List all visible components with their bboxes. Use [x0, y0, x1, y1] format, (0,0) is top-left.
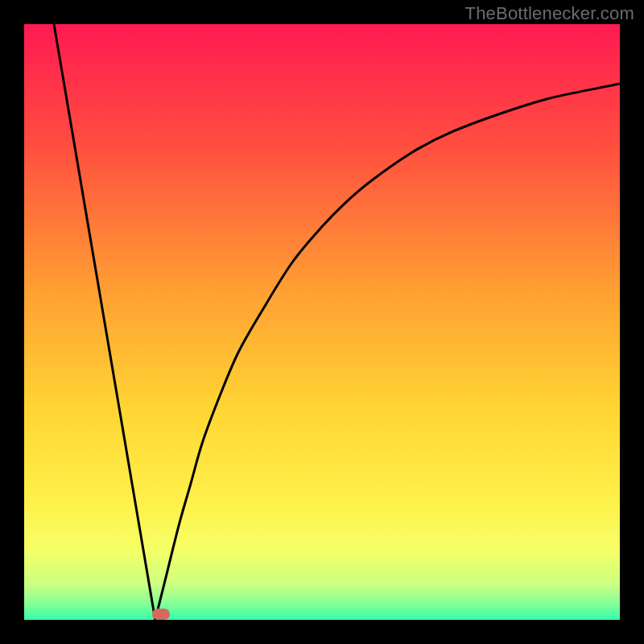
curve-right-branch	[155, 84, 620, 620]
frame-border-right	[620, 0, 644, 644]
bottleneck-curve	[24, 24, 620, 620]
optimum-marker	[152, 609, 170, 620]
watermark-label: TheBottlenecker.com	[465, 3, 634, 24]
curve-left-branch	[54, 24, 155, 620]
frame-border-left	[0, 0, 24, 644]
bottleneck-chart: TheBottlenecker.com	[0, 0, 644, 644]
frame-border-bottom	[0, 620, 644, 644]
plot-area	[24, 24, 620, 620]
